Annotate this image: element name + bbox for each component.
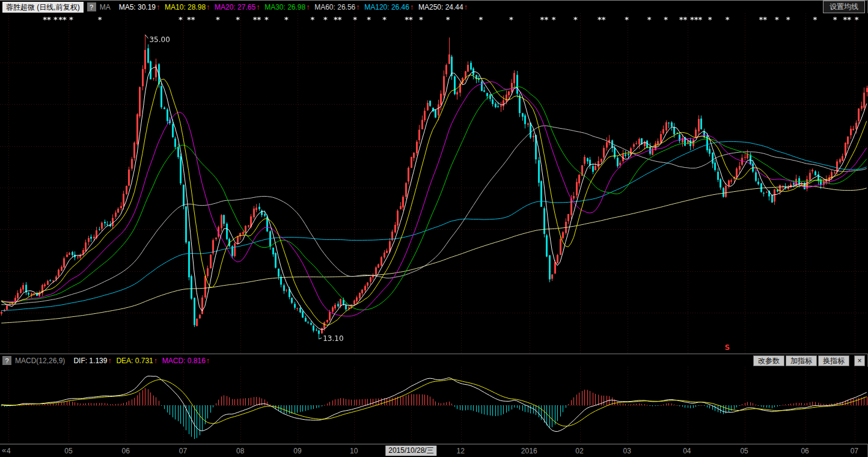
main-chart-panel: [0, 13, 867, 354]
pan-left-control[interactable]: «: [2, 446, 6, 455]
macd-header: ? MACD(12,26,9) DIF: 1.139↑DEA: 0.731↑MA…: [0, 354, 867, 367]
axis-month-label: 02: [575, 447, 583, 455]
axis-month-label: 05: [64, 447, 72, 455]
up-arrow-icon: ↑: [306, 3, 310, 11]
ma-value-label: MA20: 27.65: [215, 3, 255, 11]
axis-month-label: 06: [801, 447, 808, 455]
macd-canvas[interactable]: [0, 367, 868, 444]
axis-month-label: 05: [740, 447, 748, 455]
up-arrow-icon: ↑: [256, 3, 260, 11]
ma-value-label: MA120: 26.46: [364, 3, 409, 11]
stock-chart-app: 蓉胜超微 (日线,前复权) ? MA MA5: 30.19↑MA10: 28.9…: [0, 0, 868, 457]
macd-panel: [0, 367, 867, 444]
up-arrow-icon: ↑: [206, 357, 210, 365]
switch-indicator-button[interactable]: 换指标: [818, 355, 849, 366]
up-arrow-icon: ↑: [206, 3, 210, 11]
ma-value-label: MA60: 26.56: [314, 3, 355, 11]
add-indicator-button[interactable]: 加指标: [786, 355, 817, 366]
macd-value-label: MACD: 0.816: [162, 357, 206, 365]
candlestick-canvas[interactable]: [0, 13, 868, 354]
axis-month-label: 04: [683, 447, 691, 455]
macd-help-icon[interactable]: ?: [2, 356, 11, 365]
macd-values: DIF: 1.139↑DEA: 0.731↑MACD: 0.816↑: [69, 357, 209, 365]
axis-month-label: 09: [293, 447, 301, 455]
ma-values: MA5: 30.19↑MA10: 28.98↑MA20: 27.65↑MA30:…: [114, 3, 468, 11]
ma-settings-button[interactable]: 设置均线: [823, 1, 865, 13]
macd-buttons: 改参数加指标换指标: [752, 355, 849, 366]
close-indicator-button[interactable]: ×: [854, 355, 865, 366]
axis-month-label: 12: [457, 447, 465, 455]
up-arrow-icon: ↑: [410, 3, 414, 11]
time-axis: « 40506070809102015/10/28/三1220160203040…: [0, 444, 867, 457]
edit-params-button[interactable]: 改参数: [753, 355, 784, 366]
axis-month-label: 03: [623, 447, 631, 455]
axis-month-label: 4: [7, 447, 11, 455]
axis-month-label: 2016: [521, 447, 537, 455]
up-arrow-icon: ↑: [156, 3, 160, 11]
ma-value-label: MA5: 30.19: [119, 3, 156, 11]
up-arrow-icon: ↑: [464, 3, 468, 11]
axis-month-label: 07: [851, 447, 858, 455]
up-arrow-icon: ↑: [356, 3, 359, 11]
ma-value-label: MA250: 24.44: [418, 3, 463, 11]
axis-month-label: 10: [350, 447, 358, 455]
macd-value-label: DIF: 1.139: [73, 357, 107, 365]
indicator-label: MA: [100, 3, 111, 11]
help-icon[interactable]: ?: [87, 2, 96, 11]
axis-month-label: 06: [122, 447, 130, 455]
axis-month-label: 08: [236, 447, 244, 455]
axis-month-label: 07: [179, 447, 187, 455]
current-date-label: 2015/10/28/三: [385, 446, 436, 456]
up-arrow-icon: ↑: [108, 357, 111, 365]
ma-value-label: MA30: 26.98: [264, 3, 305, 11]
ma-value-label: MA10: 28.98: [165, 3, 206, 11]
macd-value-label: DEA: 0.731: [116, 357, 153, 365]
up-arrow-icon: ↑: [154, 357, 157, 365]
chart-header: 蓉胜超微 (日线,前复权) ? MA MA5: 30.19↑MA10: 28.9…: [0, 0, 867, 13]
stock-title[interactable]: 蓉胜超微 (日线,前复权): [2, 2, 84, 13]
macd-title: MACD(12,26,9): [15, 357, 65, 365]
